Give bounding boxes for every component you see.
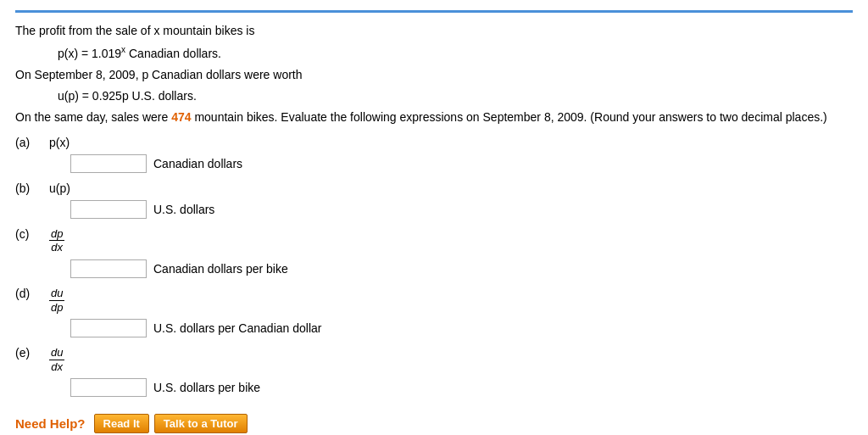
part-c-label: (c) (15, 227, 49, 241)
part-d-label: (d) (15, 287, 49, 300)
part-a-input[interactable] (70, 154, 147, 173)
part-c-unit: Canadian dollars per bike (153, 262, 288, 276)
intro-line-1: The profit from the sale of x mountain b… (15, 21, 853, 40)
part-a-input-row: Canadian dollars (70, 154, 853, 173)
top-border (15, 10, 853, 13)
part-e-input-row: U.S. dollars per bike (70, 378, 853, 397)
part-b-input[interactable] (70, 200, 147, 219)
intro-line-3: On the same day, sales were 474 mountain… (15, 108, 853, 126)
part-c-input[interactable] (70, 259, 147, 278)
part-d-row: (d) du dp (15, 287, 853, 314)
part-d-input[interactable] (70, 319, 147, 337)
part-b-row: (b) u(p) (15, 181, 853, 195)
part-a-row: (a) p(x) (15, 136, 853, 149)
part-c-fraction: dp dx (49, 227, 64, 254)
part-d-fraction: du dp (49, 287, 64, 314)
talk-to-tutor-button[interactable]: Talk to a Tutor (154, 414, 248, 433)
formula-up: u(p) = 0.925p U.S. dollars. (58, 89, 853, 103)
part-e-fraction: du dx (49, 346, 64, 373)
need-help-section: Need Help? Read It Talk to a Tutor (15, 414, 853, 433)
intro-line-2: On September 8, 2009, p Canadian dollars… (15, 65, 853, 84)
part-d-input-row: U.S. dollars per Canadian dollar (70, 319, 853, 337)
part-b-expr: u(p) (49, 181, 70, 195)
part-a-expr: p(x) (49, 136, 70, 149)
need-help-label: Need Help? (15, 416, 86, 431)
part-a-label: (a) (15, 136, 49, 149)
part-b-label: (b) (15, 181, 49, 195)
part-b-unit: U.S. dollars (153, 203, 214, 216)
part-d-unit: U.S. dollars per Canadian dollar (153, 321, 321, 335)
part-c-input-row: Canadian dollars per bike (70, 259, 853, 278)
sales-number: 474 (171, 110, 191, 124)
read-it-button[interactable]: Read It (94, 414, 149, 433)
part-e-row: (e) du dx (15, 346, 853, 373)
formula-px: p(x) = 1.019x Canadian dollars. (58, 45, 853, 60)
part-e-input[interactable] (70, 378, 147, 397)
part-e-label: (e) (15, 346, 49, 360)
part-c-row: (c) dp dx (15, 227, 853, 254)
part-b-input-row: U.S. dollars (70, 200, 853, 219)
part-e-unit: U.S. dollars per bike (153, 381, 260, 394)
part-a-unit: Canadian dollars (153, 157, 242, 170)
